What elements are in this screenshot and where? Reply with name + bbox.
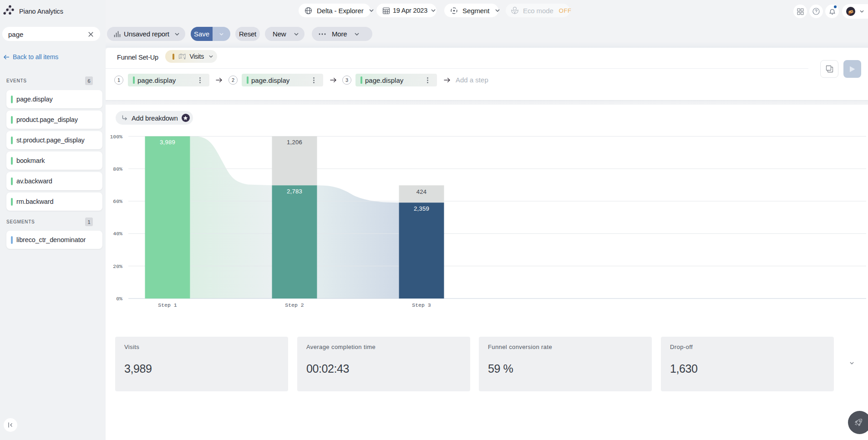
svg-text:40%: 40% — [113, 231, 122, 237]
svg-text:Step 1: Step 1 — [158, 302, 177, 308]
svg-text:1,206: 1,206 — [287, 139, 302, 146]
svg-text:0%: 0% — [116, 296, 122, 302]
svg-text:100%: 100% — [110, 134, 122, 140]
svg-text:3,989: 3,989 — [160, 139, 175, 146]
svg-text:Step 2: Step 2 — [285, 302, 304, 308]
svg-text:424: 424 — [416, 188, 427, 195]
svg-text:Step 3: Step 3 — [412, 302, 431, 308]
svg-text:2,783: 2,783 — [287, 188, 302, 195]
svg-text:80%: 80% — [113, 166, 122, 172]
svg-text:20%: 20% — [113, 263, 122, 269]
svg-text:2,359: 2,359 — [414, 205, 429, 212]
svg-text:60%: 60% — [113, 198, 122, 204]
